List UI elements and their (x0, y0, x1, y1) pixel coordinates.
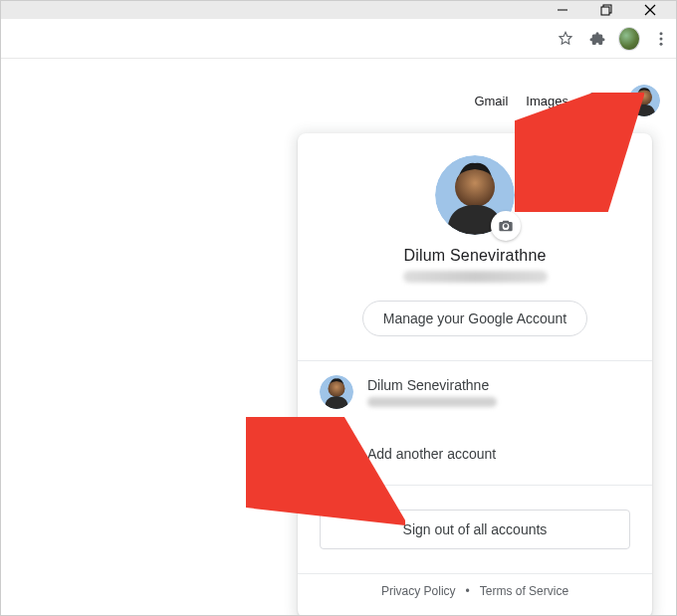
svg-point-16 (602, 99, 606, 103)
extensions-icon[interactable] (586, 28, 608, 50)
primary-account-email-blurred (403, 271, 548, 283)
bookmark-star-icon[interactable] (555, 28, 576, 50)
gmail-link[interactable]: Gmail (474, 94, 508, 108)
add-another-account-label: Add another account (367, 446, 496, 462)
svg-point-18 (596, 104, 600, 108)
secondary-account-item[interactable]: Dilum Senevirathne (298, 361, 652, 423)
svg-point-11 (590, 93, 594, 97)
svg-point-14 (590, 99, 594, 103)
minimize-button[interactable] (541, 1, 584, 19)
account-avatar[interactable] (628, 85, 660, 116)
google-account-panel: Dilum Senevirathne Manage your Google Ac… (298, 133, 652, 616)
svg-point-9 (660, 37, 663, 40)
images-link[interactable]: Images (526, 94, 568, 108)
browser-toolbar (1, 19, 676, 59)
primary-account-name: Dilum Senevirathne (403, 247, 546, 265)
legal-separator-dot: • (466, 584, 470, 598)
add-another-account-item[interactable]: Add another account (298, 423, 652, 485)
secondary-account-avatar (320, 375, 353, 409)
change-photo-button[interactable] (491, 211, 521, 241)
close-button[interactable] (628, 1, 672, 19)
google-apps-icon[interactable] (586, 89, 610, 112)
sign-out-all-button[interactable]: Sign out of all accounts (320, 510, 630, 549)
svg-point-19 (602, 104, 606, 108)
svg-point-15 (596, 99, 600, 103)
svg-point-12 (596, 93, 600, 97)
secondary-account-name: Dilum Senevirathne (367, 377, 497, 393)
google-header-row: Gmail Images (474, 85, 660, 116)
browser-profile-chip[interactable] (618, 28, 640, 50)
svg-point-13 (602, 93, 606, 97)
maximize-button[interactable] (584, 1, 628, 19)
privacy-policy-link[interactable]: Privacy Policy (381, 584, 456, 598)
person-add-icon (320, 437, 353, 471)
svg-rect-5 (601, 7, 609, 15)
browser-menu-icon[interactable] (650, 28, 672, 50)
window-titlebar (1, 1, 676, 19)
svg-point-10 (660, 42, 663, 45)
secondary-account-email-blurred (367, 397, 497, 407)
svg-point-17 (590, 104, 594, 108)
terms-of-service-link[interactable]: Terms of Service (480, 584, 568, 598)
manage-account-button[interactable]: Manage your Google Account (362, 301, 587, 336)
svg-point-8 (660, 32, 663, 35)
